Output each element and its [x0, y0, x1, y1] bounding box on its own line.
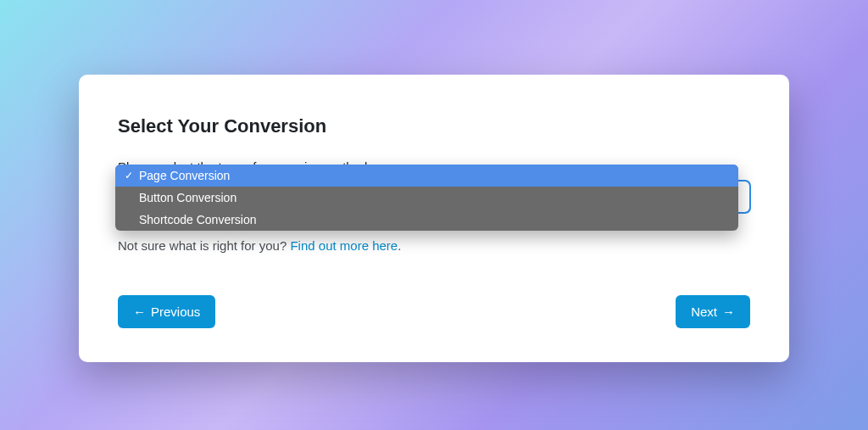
dropdown-option-label: Button Conversion — [139, 191, 730, 204]
check-icon: ✓ — [122, 170, 136, 181]
arrow-right-icon: → — [722, 305, 735, 318]
conversion-dropdown[interactable]: ✓ Page Conversion ✓ Button Conversion ✓ … — [115, 165, 738, 231]
dropdown-option-label: Shortcode Conversion — [139, 213, 730, 226]
next-label: Next — [691, 304, 717, 319]
find-out-more-link[interactable]: Find out more here — [290, 238, 398, 253]
page-title: Select Your Conversion — [118, 115, 750, 137]
hint-suffix: . — [398, 238, 401, 253]
wizard-card: Select Your Conversion Please select the… — [79, 75, 789, 362]
hint-prefix: Not sure what is right for you? — [118, 238, 290, 253]
previous-button[interactable]: ← Previous — [118, 295, 215, 328]
dropdown-option-label: Page Conversion — [139, 169, 730, 182]
dropdown-option-button-conversion[interactable]: ✓ Button Conversion — [115, 187, 738, 209]
dropdown-option-page-conversion[interactable]: ✓ Page Conversion — [115, 165, 738, 187]
wizard-footer: ← Previous Next → — [118, 295, 750, 328]
hint-text: Not sure what is right for you? Find out… — [118, 238, 750, 253]
previous-label: Previous — [151, 304, 200, 319]
next-button[interactable]: Next → — [676, 295, 750, 328]
arrow-left-icon: ← — [133, 305, 146, 318]
dropdown-option-shortcode-conversion[interactable]: ✓ Shortcode Conversion — [115, 209, 738, 231]
